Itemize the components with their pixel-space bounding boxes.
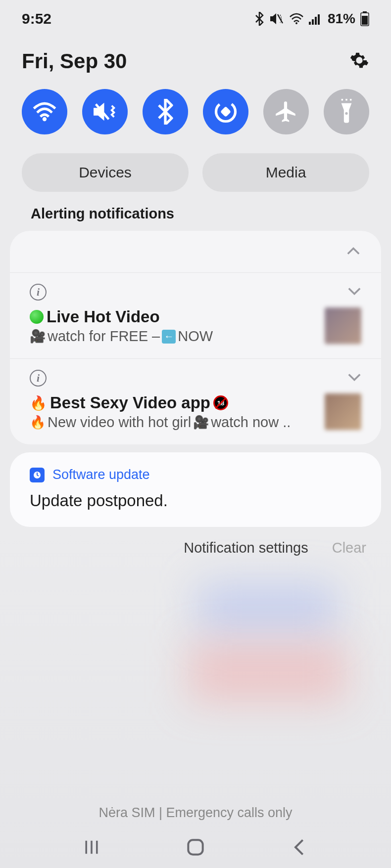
- svg-rect-6: [309, 22, 311, 25]
- settings-button[interactable]: [349, 50, 369, 72]
- flashlight-icon: [336, 99, 357, 125]
- rotate-icon: [213, 99, 239, 125]
- svg-line-4: [278, 14, 283, 23]
- battery-icon: [360, 11, 369, 26]
- sound-toggle[interactable]: [82, 89, 128, 134]
- svg-point-17: [345, 112, 347, 115]
- notification-item[interactable]: i Live Hot Video 🎥 watch for FREE – ← NO…: [10, 272, 381, 358]
- notification-subtitle: 🎥 watch for FREE – ← NOW: [30, 328, 317, 345]
- status-indicators: 81%: [254, 11, 369, 27]
- background-blur: [198, 583, 337, 633]
- alerting-header: Alerting notifications: [0, 192, 391, 231]
- back-button[interactable]: [288, 835, 311, 859]
- back-icon: [292, 837, 307, 857]
- software-update-message: Update postponed.: [30, 491, 361, 510]
- camera-icon: 🎥: [193, 415, 209, 430]
- notification-item[interactable]: i 🔥 Best Sexy Video app 18 🔥 New video w…: [10, 358, 381, 444]
- notification-sub-text: watch now ..: [211, 414, 291, 431]
- status-time: 9:52: [22, 10, 51, 27]
- wifi-icon: [289, 13, 304, 25]
- chevron-up-icon: [346, 247, 360, 258]
- wifi-toggle[interactable]: [22, 89, 67, 134]
- notification-sub-text: watch for FREE –: [48, 328, 160, 345]
- recents-icon: [83, 838, 100, 856]
- notification-footer: Notification settings Clear: [0, 527, 391, 556]
- fire-icon: 🔥: [30, 415, 46, 430]
- info-icon: i: [30, 370, 47, 387]
- shortcut-buttons: Devices Media: [0, 134, 391, 192]
- battery-percent: 81%: [328, 11, 355, 27]
- notification-title-text: Live Hot Video: [47, 307, 160, 326]
- svg-rect-16: [220, 106, 231, 117]
- software-update-app-name: Software update: [52, 467, 150, 482]
- devices-button[interactable]: Devices: [22, 153, 189, 192]
- background-blur: [188, 643, 346, 702]
- navigation-bar: [0, 835, 391, 859]
- home-button[interactable]: [184, 835, 207, 859]
- fire-icon: 🔥: [30, 395, 47, 411]
- sim-status: Nėra SIM | Emergency calls only: [0, 805, 391, 821]
- notification-thumbnail: [325, 307, 361, 344]
- flashlight-toggle[interactable]: [324, 89, 369, 134]
- svg-rect-9: [318, 14, 320, 25]
- info-icon: i: [30, 284, 47, 301]
- mute-icon: [269, 12, 284, 25]
- notification-subtitle: 🔥 New video with hot girl 🎥 watch now ..: [30, 414, 317, 431]
- recents-button[interactable]: [80, 835, 103, 859]
- notification-sub-text: New video with hot girl: [48, 414, 191, 431]
- bluetooth-icon: [157, 99, 174, 125]
- rotate-toggle[interactable]: [203, 89, 248, 134]
- software-update-icon: [30, 468, 45, 482]
- chevron-down-icon: [347, 287, 361, 298]
- notification-thumbnail: [325, 393, 361, 430]
- no-under-18-icon: 18: [213, 395, 228, 410]
- svg-rect-22: [188, 840, 202, 854]
- notification-sub-text: NOW: [178, 328, 213, 345]
- notification-group: i Live Hot Video 🎥 watch for FREE – ← NO…: [10, 231, 381, 444]
- date-label: Fri, Sep 30: [22, 49, 127, 73]
- software-update-notification[interactable]: Software update Update postponed.: [10, 452, 381, 527]
- camera-icon: 🎥: [30, 329, 46, 344]
- group-header[interactable]: [10, 231, 381, 272]
- media-button[interactable]: Media: [202, 153, 369, 192]
- notification-title-text: Best Sexy Video app: [50, 393, 210, 412]
- airplane-icon: [274, 99, 298, 124]
- svg-rect-7: [312, 19, 314, 25]
- clear-button[interactable]: Clear: [332, 540, 366, 556]
- airplane-toggle[interactable]: [263, 89, 309, 134]
- svg-point-5: [295, 22, 297, 24]
- chevron-down-icon: [347, 373, 361, 384]
- home-icon: [186, 837, 205, 857]
- arrow-left-icon: ←: [162, 330, 176, 344]
- quick-toggles: [0, 73, 391, 134]
- notification-settings-button[interactable]: Notification settings: [184, 540, 308, 556]
- notification-title: 🔥 Best Sexy Video app 18: [30, 393, 317, 412]
- wifi-icon: [32, 102, 57, 122]
- svg-rect-8: [315, 17, 317, 25]
- bluetooth-icon: [254, 12, 264, 26]
- bluetooth-toggle[interactable]: [143, 89, 188, 134]
- green-dot-icon: [30, 310, 44, 324]
- status-bar: 9:52 81%: [0, 0, 391, 29]
- svg-point-13: [43, 117, 47, 121]
- header: Fri, Sep 30: [0, 29, 391, 73]
- notification-title: Live Hot Video: [30, 307, 317, 326]
- svg-rect-12: [362, 16, 368, 25]
- gear-icon: [349, 50, 369, 70]
- signal-icon: [309, 13, 323, 25]
- mute-vibrate-icon: [92, 101, 118, 123]
